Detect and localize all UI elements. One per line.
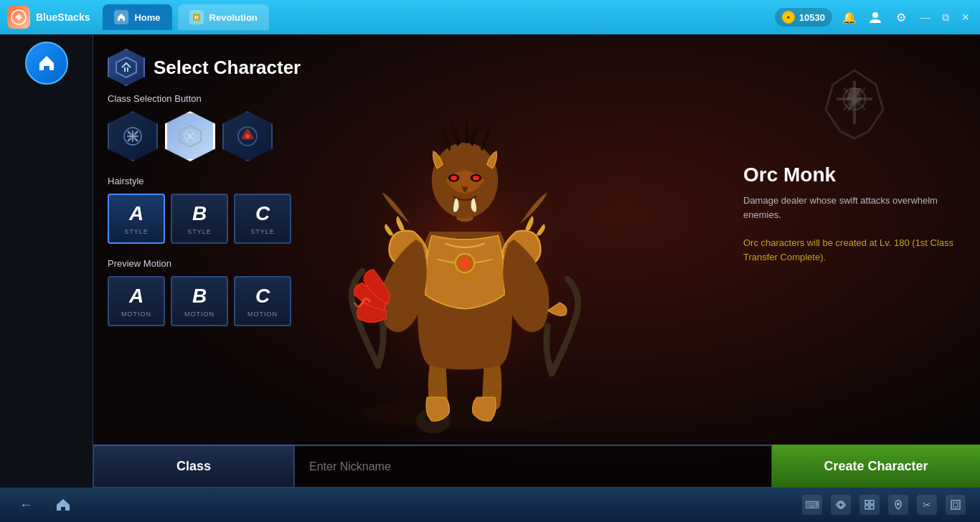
nickname-input-area[interactable] bbox=[294, 445, 772, 488]
svg-rect-27 bbox=[870, 506, 874, 509]
nav-home-icon[interactable] bbox=[25, 42, 68, 85]
window-controls: — ⧉ ✕ bbox=[918, 10, 973, 24]
hairstyle-a-letter: A bbox=[129, 202, 143, 225]
tab-home-label: Home bbox=[134, 12, 160, 23]
titlebar-right: ● 10530 🔔 ⚙ — ⧉ ✕ bbox=[775, 8, 973, 27]
bottom-taskbar: ← ⌨ ✂ bbox=[0, 488, 980, 522]
minimize-button[interactable]: — bbox=[918, 10, 933, 24]
motion-btn-a[interactable]: A MOTION bbox=[108, 276, 165, 326]
expand-icon[interactable] bbox=[946, 495, 966, 515]
scissors-icon[interactable]: ✂ bbox=[917, 495, 937, 515]
home-icon bbox=[114, 10, 128, 24]
motion-a-label: MOTION bbox=[121, 310, 151, 318]
settings-icon[interactable]: ⚙ bbox=[892, 9, 910, 26]
class-button[interactable]: Class bbox=[93, 445, 294, 488]
svg-point-12 bbox=[362, 397, 567, 429]
revolution-tab-icon: R bbox=[189, 10, 204, 24]
notification-icon[interactable]: 🔔 bbox=[841, 9, 858, 26]
game-area: Select Character Class Selection Button bbox=[93, 34, 980, 488]
grid-icon[interactable] bbox=[859, 495, 880, 515]
hairstyle-btn-a[interactable]: A STYLE bbox=[108, 194, 165, 244]
svg-point-20 bbox=[451, 176, 457, 181]
create-character-button[interactable]: Create Character bbox=[772, 445, 980, 488]
class-btn-1[interactable] bbox=[108, 111, 158, 161]
coin-display: ● 10530 bbox=[775, 8, 832, 27]
hairstyle-a-label: STYLE bbox=[124, 228, 149, 235]
left-nav-panel bbox=[0, 34, 93, 488]
brand-name: BlueStacks bbox=[36, 11, 90, 23]
svg-rect-25 bbox=[870, 500, 874, 504]
motion-a-letter: A bbox=[129, 285, 143, 308]
location-icon[interactable] bbox=[888, 495, 908, 515]
coin-icon: ● bbox=[782, 11, 795, 24]
right-info-panel: Orc Monk Damage dealer whose swift attac… bbox=[743, 63, 966, 264]
app-logo bbox=[7, 6, 30, 29]
character-description: Damage dealer whose swift attacks overwh… bbox=[743, 194, 966, 222]
svg-point-3 bbox=[872, 12, 878, 18]
close-button[interactable]: ✕ bbox=[958, 10, 973, 24]
svg-point-28 bbox=[897, 503, 900, 506]
view-icon[interactable] bbox=[831, 495, 851, 515]
svg-text:R: R bbox=[194, 14, 199, 21]
character-display bbox=[179, 34, 750, 445]
profile-icon[interactable] bbox=[867, 9, 884, 26]
svg-point-23 bbox=[839, 503, 843, 507]
svg-rect-26 bbox=[865, 506, 869, 509]
character-note: Orc characters will be created at Lv. 18… bbox=[743, 236, 966, 264]
svg-point-21 bbox=[473, 176, 479, 181]
svg-rect-29 bbox=[951, 500, 960, 509]
back-button[interactable]: ← bbox=[14, 493, 37, 516]
restore-button[interactable]: ⧉ bbox=[938, 10, 953, 24]
svg-rect-24 bbox=[865, 500, 869, 504]
tab-revolution-label: Revolution bbox=[209, 12, 258, 23]
main-content: Select Character Class Selection Button bbox=[0, 34, 980, 488]
tab-home[interactable]: Home bbox=[103, 4, 171, 30]
character-figure bbox=[179, 34, 750, 445]
coin-amount: 10530 bbox=[799, 12, 825, 23]
tab-revolution[interactable]: R Revolution bbox=[178, 4, 269, 30]
home-taskbar-button[interactable] bbox=[52, 493, 75, 516]
character-name: Orc Monk bbox=[743, 163, 836, 186]
taskbar-left-area: ← bbox=[14, 493, 75, 516]
class-emblem-icon bbox=[811, 63, 897, 149]
titlebar: BlueStacks Home R Revolution ● 10530 🔔 bbox=[0, 0, 980, 34]
taskbar-right-area: ⌨ ✂ bbox=[802, 495, 966, 515]
nickname-input[interactable] bbox=[309, 460, 757, 473]
game-logo bbox=[108, 49, 145, 86]
svg-marker-4 bbox=[116, 57, 136, 77]
svg-rect-30 bbox=[953, 503, 958, 507]
bottom-action-bar: Class Create Character bbox=[93, 445, 980, 488]
keyboard-icon[interactable]: ⌨ bbox=[802, 495, 822, 515]
